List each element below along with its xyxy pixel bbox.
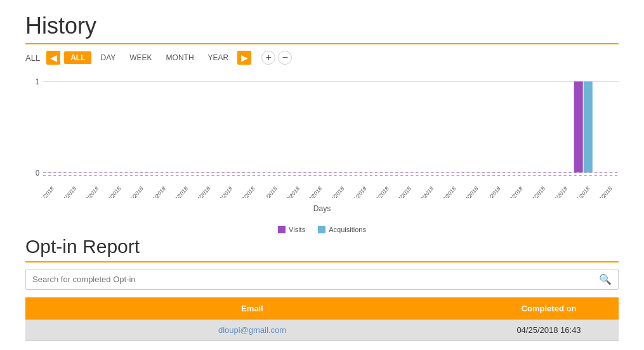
search-row: 🔍 [25, 269, 619, 290]
svg-text:04/16/2018: 04/16/2018 [367, 185, 390, 198]
filter-year-button[interactable]: YEAR [203, 51, 234, 64]
zoom-in-button[interactable]: + [261, 51, 275, 65]
svg-text:04/25/2018: 04/25/2018 [568, 185, 591, 198]
header-completed: Completed on [479, 297, 619, 320]
svg-text:04/21/2018: 04/21/2018 [479, 185, 501, 198]
search-button[interactable]: 🔍 [593, 269, 618, 289]
svg-text:04/08/2018: 04/08/2018 [189, 185, 211, 198]
svg-text:04/09/2018: 04/09/2018 [211, 185, 233, 198]
chart-days-label: Days [25, 204, 619, 213]
filter-all-button[interactable]: ALL [64, 51, 91, 64]
svg-text:04/07/2018: 04/07/2018 [167, 185, 189, 198]
svg-text:04/04/2018: 04/04/2018 [100, 185, 122, 198]
page-title: History [25, 13, 619, 39]
nav-next-button[interactable]: ▶ [237, 51, 251, 65]
visits-swatch [278, 226, 286, 233]
filter-all-label: ALL [25, 53, 40, 63]
opt-in-report-title: Opt-in Report [25, 236, 619, 257]
visits-bar [574, 81, 583, 172]
svg-text:04/19/2018: 04/19/2018 [435, 185, 457, 198]
chart-svg: 1 0 // We'll do bars and verticals inlin… [25, 71, 619, 198]
nav-prev-button[interactable]: ◀ [46, 51, 60, 65]
svg-text:04/11/2018: 04/11/2018 [256, 185, 278, 198]
filter-row: ALL ◀ ALL DAY WEEK MONTH YEAR ▶ + − [25, 51, 619, 65]
visits-label: Visits [289, 226, 305, 233]
zoom-out-button[interactable]: − [278, 51, 292, 65]
svg-text:1: 1 [36, 77, 39, 86]
svg-text:04/23/2018: 04/23/2018 [524, 185, 546, 198]
svg-text:04/02/2018: 04/02/2018 [55, 185, 77, 198]
table-row[interactable]: dloupi@gmail.com 04/25/2018 16:43 [25, 320, 619, 341]
svg-text:04/06/2018: 04/06/2018 [145, 185, 167, 198]
legend-acquisitions: Acquisitions [318, 226, 366, 233]
svg-text:04/18/2018: 04/18/2018 [412, 185, 435, 198]
chart-container: 1 0 // We'll do bars and verticals inlin… [25, 71, 619, 198]
svg-text:04/14/2018: 04/14/2018 [323, 185, 345, 198]
search-input[interactable] [26, 269, 593, 289]
table-header: Email Completed on [25, 297, 619, 320]
cell-email[interactable]: dloupi@gmail.com [25, 320, 479, 340]
filter-day-button[interactable]: DAY [95, 51, 121, 64]
svg-text:04/20/2018: 04/20/2018 [457, 185, 479, 198]
svg-text:04/05/2018: 04/05/2018 [122, 185, 144, 198]
filter-month-button[interactable]: MONTH [161, 51, 199, 64]
filter-week-button[interactable]: WEEK [124, 51, 157, 64]
svg-text:04/26/2018: 04/26/2018 [591, 185, 613, 198]
svg-text:04/12/2018: 04/12/2018 [279, 185, 301, 198]
svg-text:04/24/2018: 04/24/2018 [546, 185, 568, 198]
svg-text:04/22/2018: 04/22/2018 [502, 185, 524, 198]
acquisitions-swatch [318, 226, 325, 233]
legend-visits: Visits [278, 226, 305, 233]
svg-text:04/15/2018: 04/15/2018 [345, 185, 367, 198]
acquisitions-bar [584, 81, 593, 172]
svg-text:04/13/2018: 04/13/2018 [301, 185, 323, 198]
header-email: Email [25, 297, 479, 320]
svg-text:04/03/2018: 04/03/2018 [77, 185, 100, 198]
cell-completed-date: 04/25/2018 16:43 [479, 320, 619, 340]
svg-text:04/17/2018: 04/17/2018 [390, 185, 412, 198]
history-divider [25, 43, 619, 44]
svg-text:04/01/2018: 04/01/2018 [33, 185, 55, 198]
chart-legend: Visits Acquisitions [25, 226, 619, 233]
svg-text:0: 0 [36, 168, 39, 178]
acquisitions-label: Acquisitions [329, 226, 366, 233]
opt-in-divider [25, 261, 619, 262]
svg-text:04/10/2018: 04/10/2018 [233, 185, 256, 198]
